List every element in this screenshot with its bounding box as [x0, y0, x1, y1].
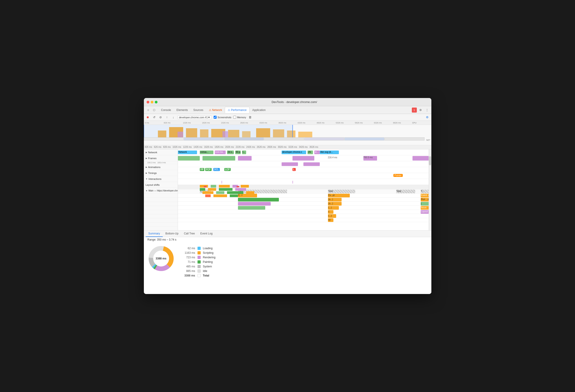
stat-painting-color	[197, 260, 201, 264]
anim-bar-2[interactable]	[303, 162, 320, 166]
frame-bar-5[interactable]	[412, 156, 429, 161]
flame-bar-xy[interactable]: xy	[328, 218, 334, 222]
pointer-interaction[interactable]: Pointer	[393, 174, 403, 177]
screenshots-checkbox[interactable]	[214, 116, 216, 119]
flame-bar-a1[interactable]: (a...)	[328, 198, 342, 201]
net-bar-network[interactable]: Network	[178, 150, 197, 154]
donut-total-ms: 3388 ms	[156, 257, 166, 260]
frame-bar-0[interactable]	[178, 156, 200, 161]
url-display: developer.chrome.com #1▼	[177, 116, 212, 119]
net-bar-2ds[interactable]: 2d.s...	[227, 150, 234, 154]
settings-icon[interactable]: ⚙	[418, 108, 423, 113]
settings-gear-icon[interactable]: ⚙	[425, 115, 430, 120]
memory-checkbox[interactable]	[233, 116, 236, 119]
flame-bar-runasks[interactable]: Run ...asks	[421, 198, 429, 201]
garbage-collect-icon[interactable]: 🗑	[248, 115, 253, 120]
flame-bar-a2[interactable]: (a...)	[328, 202, 342, 206]
close-button[interactable]	[146, 101, 149, 103]
flame-bar-focus[interactable]: focus	[421, 206, 429, 210]
tab-network[interactable]: ⚠ Network	[206, 107, 225, 113]
net-bar-icon[interactable]: icon-ba...	[215, 150, 226, 154]
track-label-network[interactable]: ▶ Network	[144, 149, 178, 155]
flame-bar-c[interactable]: c	[328, 210, 334, 214]
tab-end-icons: 1 ⚙ ⋮	[412, 108, 430, 113]
net-bar-extras[interactable]: extras...	[200, 150, 214, 154]
download-button[interactable]: ↓	[171, 115, 176, 120]
timeline-panel: 3 ms 826 ms 1326 ms 1826 ms 2326 ms 2826…	[144, 121, 431, 294]
titlebar: DevTools - developer.chrome.com/	[144, 98, 431, 106]
flame-bar-green-1[interactable]	[238, 198, 279, 201]
stat-painting-value: 71 ms	[182, 260, 195, 264]
timings-track-row: FP FCP DCL LCP L	[178, 167, 429, 173]
net-bar-t[interactable]: t...	[242, 150, 246, 154]
tab-summary[interactable]: Summary	[146, 231, 163, 237]
memory-toggle[interactable]: Memory	[233, 116, 246, 119]
tab-console[interactable]: Console	[158, 107, 174, 113]
task-bar-t[interactable]: T...	[200, 190, 211, 193]
device-icon[interactable]: ⬡	[152, 108, 157, 113]
tab-performance[interactable]: ⚠ Performance	[225, 107, 250, 113]
upload-button[interactable]: ↑	[165, 115, 169, 120]
devtools-panel: ⊹ ⬡ Console Elements Sources ⚠ Network ⚠…	[144, 106, 431, 294]
anim-bar-1[interactable]	[282, 162, 298, 166]
net-bar-60p[interactable]: 60.p...	[235, 150, 241, 154]
frame-time-700: 700.5 ms	[363, 156, 373, 159]
flame-bar-layout[interactable]: Layout	[421, 210, 429, 214]
task-bar-1[interactable]: Task	[238, 190, 287, 193]
flame-bar-et[interactable]: E...t	[238, 194, 257, 197]
track-content-area[interactable]: Network extras... icon-ba... 2d.s... 60.…	[178, 149, 429, 230]
clear-button[interactable]: ⊘	[158, 115, 163, 120]
flame-bar-green-2[interactable]	[238, 206, 265, 210]
tab-bar: ⊹ ⬡ Console Elements Sources ⚠ Network ⚠…	[144, 106, 431, 114]
overview-minimap[interactable]: NET	[144, 125, 431, 145]
track-label-interactions[interactable]: ▼ Interactions	[144, 176, 178, 182]
net-bar-ie[interactable]: ie...	[314, 150, 320, 154]
frame-bar-3[interactable]	[292, 156, 314, 161]
tick-2: 826 ms	[162, 145, 172, 149]
flame-bar-event-click[interactable]: Event: click	[421, 194, 429, 197]
record-button[interactable]: ⏺	[146, 115, 150, 120]
net-bar-itter[interactable]: itter.svg (d...	[320, 150, 339, 154]
track-label-frames[interactable]: ▶ Frames	[144, 155, 178, 161]
scrollbar-thumb[interactable]	[429, 156, 431, 165]
tab-application[interactable]: Application	[250, 107, 268, 113]
flame-bar-evpt[interactable]: Ev...pt	[328, 194, 350, 197]
ot-tick-3: 1826 ms	[201, 122, 220, 124]
stat-scripting-color	[197, 251, 201, 254]
stat-loading-label: Loading	[203, 247, 213, 250]
tab-bottom-up[interactable]: Bottom-Up	[163, 231, 181, 237]
tick-11: 2626 ms	[256, 145, 266, 149]
tab-call-tree[interactable]: Call Tree	[181, 231, 197, 237]
tick-14: 3226 ms	[288, 145, 298, 149]
net-bar-devchrome[interactable]: developer.chrome.c	[282, 150, 306, 154]
maximize-button[interactable]	[155, 101, 158, 103]
task-bar-t2[interactable]: T...	[421, 190, 429, 193]
tab-elements[interactable]: Elements	[174, 107, 191, 113]
flame-bar-ellipsis2[interactable]: (...)	[328, 214, 336, 218]
minimize-button[interactable]	[151, 101, 153, 103]
task-bar-2[interactable]: Task	[328, 190, 355, 193]
inspector-icon[interactable]: ⊹	[146, 108, 151, 113]
frame-bar-1[interactable]	[202, 156, 235, 161]
flame-bar-purple-1[interactable]	[238, 202, 271, 206]
task-bar-3[interactable]: Task	[396, 190, 415, 193]
frame-time-216: 216.4 ms	[328, 156, 337, 159]
tick-13: 3026 ms	[277, 145, 287, 149]
track-label-layout-shifts[interactable]: Layout shifts	[144, 182, 178, 188]
track-label-timings[interactable]: ▶ Timings	[144, 170, 178, 176]
summary-content: 3388 ms 62 ms Loading 1163 ms	[144, 242, 431, 280]
flame-bar-j[interactable]: j	[421, 202, 429, 206]
network-arrow: ▶	[146, 151, 147, 153]
tab-sources[interactable]: Sources	[191, 107, 206, 113]
net-bar-chi[interactable]: chi	[308, 150, 313, 154]
vertical-scrollbar[interactable]	[429, 149, 431, 230]
track-label-main[interactable]: ▼ Main — https://developer.chrome.com/	[144, 188, 178, 194]
screenshots-toggle[interactable]: Screenshots	[214, 116, 231, 119]
more-icon[interactable]: ⋮	[425, 108, 430, 113]
frame-bar-2[interactable]	[238, 156, 252, 161]
flame-bar-ellipsis[interactable]: (...)	[328, 206, 339, 210]
track-label-animations[interactable]: ▶ Animations	[144, 164, 178, 170]
tab-event-log[interactable]: Event Log	[197, 231, 215, 237]
notifications-icon[interactable]: 1	[412, 108, 417, 113]
reload-button[interactable]: ↺	[152, 115, 157, 120]
